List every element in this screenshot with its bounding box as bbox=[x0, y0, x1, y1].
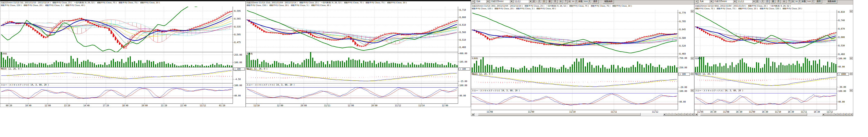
chart-tool-button-3[interactable]: ▸ bbox=[834, 113, 837, 116]
scrollbar-thumb[interactable] bbox=[478, 113, 640, 116]
volume-bar bbox=[5, 60, 6, 67]
volume-bar bbox=[62, 62, 63, 67]
chart-tool-button-3[interactable]: ▸ bbox=[675, 113, 679, 116]
macd-pane[interactable] bbox=[695, 75, 836, 86]
minute-stepper[interactable]: 30◢ bbox=[794, 0, 801, 3]
period-button-1[interactable]: 週 bbox=[770, 0, 775, 3]
period-button-4[interactable]: T bbox=[564, 0, 568, 3]
mini-dropdown-button[interactable]: ▼ bbox=[471, 0, 475, 3]
volume-bar bbox=[418, 65, 419, 67]
scroll-left-button[interactable]: ◀ bbox=[471, 113, 474, 116]
legend-dropdown[interactable]: 凡例▼ bbox=[699, 0, 713, 3]
minute-stepper[interactable]: 30◢ bbox=[571, 0, 578, 3]
volume-bar bbox=[738, 63, 739, 72]
scroll-right-button[interactable]: ▶ bbox=[663, 113, 666, 116]
volume-pane[interactable] bbox=[472, 57, 678, 72]
scrollbar-track[interactable] bbox=[474, 113, 663, 116]
price-chart-canvas[interactable]: 09:2010:4012:0013:2014:4017:2018:4020:00… bbox=[0, 6, 246, 107]
price-chart-canvas[interactable]: 11/1012:0020:0011/1112:0020:0011/1211/14… bbox=[246, 6, 471, 107]
price-chart-canvas[interactable]: 11/0516:3011/0816:3011/0916:3011/1016:30… bbox=[694, 10, 853, 113]
period-button-2[interactable]: 月 bbox=[553, 0, 557, 3]
chart-tool-button-6[interactable]: B bbox=[685, 113, 688, 116]
bar-count-stepper[interactable]: 500◢ bbox=[583, 0, 591, 3]
price-pane[interactable] bbox=[695, 13, 836, 48]
scrollbar-track[interactable] bbox=[698, 113, 822, 116]
chart-tool-button-8[interactable]: ▼ bbox=[850, 113, 853, 116]
volume-pane[interactable] bbox=[695, 55, 836, 72]
date-dropdown[interactable]: 11/12▼ bbox=[514, 0, 532, 3]
bar-count-stepper[interactable]: 500◢ bbox=[806, 0, 814, 3]
moving-average-line bbox=[1, 13, 232, 44]
chart-tool-button-5[interactable]: L bbox=[840, 113, 844, 116]
chart-tool-button-2[interactable]: ↓ bbox=[672, 113, 675, 116]
chart-tool-button-4[interactable]: D bbox=[679, 113, 682, 116]
chart-tool-button-7[interactable]: ⊙ bbox=[847, 113, 850, 116]
chart-tool-button-2[interactable]: ↓ bbox=[831, 113, 834, 116]
price-pane[interactable] bbox=[472, 13, 678, 53]
stochastics-pane[interactable] bbox=[246, 87, 458, 99]
price-pane[interactable] bbox=[1, 6, 232, 52]
scrollbar-thumb[interactable] bbox=[700, 113, 807, 116]
volume-bar bbox=[591, 65, 592, 72]
chart-tool-button-0[interactable]: ↕ bbox=[825, 113, 828, 116]
macd-pane-label: MACD( 12, 26, 9 ) bbox=[695, 73, 716, 75]
multi-symbol-button[interactable]: 複数銘柄 bbox=[826, 0, 837, 3]
period-button-3[interactable]: 分 bbox=[781, 0, 786, 3]
ichimoku-span-b bbox=[247, 20, 457, 41]
volume-bar bbox=[672, 66, 673, 72]
price-pane[interactable] bbox=[247, 10, 458, 50]
volume-bar bbox=[320, 61, 321, 67]
period-button-4[interactable]: T bbox=[787, 0, 791, 3]
chart-tool-button-4[interactable]: D bbox=[837, 113, 840, 116]
y-axis-label: 8,705 bbox=[679, 20, 686, 23]
stochastics-pane[interactable] bbox=[694, 93, 837, 105]
mini-dropdown-button[interactable]: ▼ bbox=[695, 0, 698, 3]
stochastics-pane[interactable] bbox=[0, 88, 233, 99]
symbol-dropdown[interactable]: 日経225mini▼ bbox=[490, 0, 513, 3]
horizontal-scrollbar[interactable]: ◀▶↕↔↓▸DLB⊙▼ bbox=[695, 113, 853, 116]
ma-slow-line bbox=[247, 20, 457, 43]
volume-bar bbox=[179, 66, 180, 67]
apply-button[interactable]: 適用 bbox=[815, 0, 822, 3]
apply-button[interactable]: 適用 bbox=[592, 0, 599, 3]
macd-pane[interactable] bbox=[472, 75, 677, 87]
volume-bar bbox=[544, 68, 545, 72]
volume-bar bbox=[214, 65, 215, 67]
horizontal-scrollbar[interactable]: ◀▶↕↔↓▸DLB⊙▼ bbox=[471, 113, 694, 116]
symbol-dropdown[interactable]: 日経225mini▼ bbox=[714, 0, 737, 3]
period-button-1[interactable]: 週 bbox=[547, 0, 552, 3]
macd-pane[interactable] bbox=[1, 70, 232, 79]
multi-symbol-button[interactable]: 複数銘柄 bbox=[603, 0, 614, 3]
date-dropdown[interactable]: 11/12▼ bbox=[737, 0, 755, 3]
volume-bar bbox=[98, 64, 99, 67]
bar-value-stepper[interactable]: 1◢ bbox=[759, 0, 764, 3]
price-chart-canvas[interactable]: 11/0811/0911/1011/1111/128,7708,7058,645… bbox=[471, 10, 694, 113]
chart-tool-button-7[interactable]: ⊙ bbox=[688, 113, 691, 116]
period-button-0[interactable]: 日 bbox=[765, 0, 770, 3]
period-button-0[interactable]: 日 bbox=[541, 0, 547, 3]
macd-pane-label: MACD( 12, 26, 9 ) bbox=[247, 68, 268, 70]
volume-bar bbox=[310, 51, 311, 67]
volume-bar bbox=[565, 68, 566, 72]
chart-tool-button-0[interactable]: ↕ bbox=[666, 113, 669, 116]
chart-tool-button-8[interactable]: ▼ bbox=[691, 113, 694, 116]
stochastics-pane[interactable] bbox=[471, 93, 678, 105]
chart-tool-button-5[interactable]: L bbox=[682, 113, 685, 116]
macd-pane[interactable] bbox=[247, 70, 457, 81]
bar-value-stepper[interactable]: 1◢ bbox=[535, 0, 541, 3]
scroll-left-button[interactable]: ◀ bbox=[695, 113, 698, 116]
volume-pane[interactable] bbox=[1, 52, 232, 67]
legend-dropdown[interactable]: 凡例▼ bbox=[475, 0, 490, 3]
period-button-3[interactable]: 分 bbox=[558, 0, 563, 3]
period-button-2[interactable]: 月 bbox=[776, 0, 781, 3]
chart-tool-button-6[interactable]: B bbox=[844, 113, 847, 116]
chart-tool-button-1[interactable]: ↔ bbox=[828, 113, 831, 116]
scroll-right-button[interactable]: ▶ bbox=[822, 113, 825, 116]
stoch-k-line bbox=[1, 88, 232, 99]
volume-bar bbox=[193, 66, 194, 67]
chart-tool-button-1[interactable]: ↔ bbox=[669, 113, 672, 116]
volume-bar bbox=[130, 56, 131, 67]
volume-bar bbox=[567, 69, 568, 72]
minute-value: 30 bbox=[571, 0, 574, 3]
y-axis-label: 8,740 bbox=[838, 19, 845, 22]
